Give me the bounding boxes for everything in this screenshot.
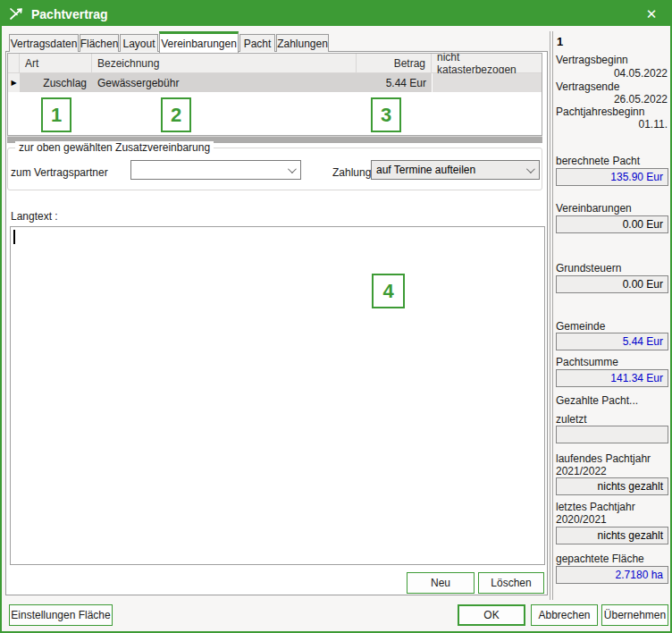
pachtvertrag-window: Pachtvertrag ✕ Vertragsdaten Flächen Lay…	[0, 0, 672, 633]
grundsteuern-field: 0.00 Eur	[556, 275, 668, 293]
zahlung-value: auf Termine aufteilen	[376, 164, 475, 176]
pachtjahresbeginn-value: 01.11.	[556, 118, 668, 131]
tab-vertragsdaten[interactable]: Vertragsdaten	[9, 34, 79, 52]
abbrechen-button[interactable]: Abbrechen	[531, 604, 598, 626]
callout-4: 4	[372, 274, 405, 308]
groupbox-legend: zur oben gewählten Zusatzvereinbarung	[15, 141, 214, 154]
title-bar[interactable]: Pachtvertrag	[2, 2, 670, 26]
chevron-down-icon	[288, 165, 297, 173]
vertragsbeginn-label: Vertragsbeginn	[556, 54, 628, 66]
langtext-label: Langtext :	[11, 210, 58, 223]
gemeinde-label: Gemeinde	[556, 320, 605, 333]
gezahlte-pacht-label: Gezahlte Pacht...	[556, 394, 638, 407]
uebernehmen-button[interactable]: Übernehmen	[601, 604, 668, 626]
loeschen-button[interactable]: Löschen	[478, 572, 544, 594]
tab-pacht[interactable]: Pacht	[239, 34, 275, 52]
callout-1: 1	[41, 97, 71, 132]
panel-divider	[550, 31, 550, 600]
right-panel-index: 1	[557, 35, 563, 48]
zuletzt-label: zuletzt	[556, 413, 587, 426]
tab-layout[interactable]: Layout	[120, 34, 158, 52]
vertragspartner-label: zum Vertragspartner	[11, 166, 108, 179]
laufendes-pachtjahr-field: nichts gezahlt	[556, 477, 668, 495]
gepachtete-flaeche-field: 2.7180 ha	[556, 566, 668, 584]
grid-header-betrag[interactable]: Betrag	[357, 54, 432, 73]
zahlung-combobox[interactable]: auf Termine aufteilen	[371, 160, 540, 180]
einstellungen-flaeche-button[interactable]: Einstellungen Fläche	[9, 604, 113, 626]
letztes-pachtjahr-year: 2020/2021	[556, 513, 607, 526]
letztes-pachtjahr-label: letztes Pachtjahr	[556, 501, 635, 513]
gemeinde-field: 5.44 Eur	[556, 333, 668, 350]
text-caret	[13, 230, 15, 244]
pachtsumme-field: 141.34 Eur	[556, 369, 668, 387]
neu-button[interactable]: Neu	[407, 572, 475, 594]
grid-header-nicht-katasterbezogen[interactable]: nicht katasterbezogen	[432, 54, 542, 73]
pachtsumme-label: Pachtsumme	[556, 356, 618, 368]
cell-betrag[interactable]: 5.44 Eur	[357, 73, 432, 92]
vereinbarungen-label: Vereinbarungen	[556, 202, 632, 215]
vertragspartner-combobox[interactable]	[130, 160, 301, 180]
zusatzvereinbarungen-grid[interactable]: Art Bezeichnung Betrag nicht katasterbez…	[7, 53, 542, 136]
chevron-down-icon	[526, 165, 535, 173]
tab-flaechen[interactable]: Flächen	[80, 34, 119, 52]
grid-header-art[interactable]: Art	[20, 54, 92, 73]
pachtjahresbeginn-label: Pachtjahresbeginn	[556, 106, 644, 118]
langtext-input[interactable]	[10, 226, 545, 565]
callout-2: 2	[161, 97, 191, 132]
cell-nicht-katasterbezogen[interactable]	[433, 73, 542, 92]
close-icon[interactable]: ✕	[642, 5, 661, 23]
callout-3: 3	[371, 97, 401, 132]
vereinbarungen-field: 0.00 Eur	[556, 215, 668, 233]
panel-divider	[552, 31, 553, 600]
grid-selector-header	[8, 54, 20, 73]
laufendes-pachtjahr-year: 2021/2022	[556, 465, 607, 477]
app-crossed-arrows-icon	[9, 7, 25, 21]
berechnete-pacht-field: 135.90 Eur	[556, 168, 668, 186]
tab-vereinbarungen[interactable]: Vereinbarungen	[159, 31, 239, 53]
grundsteuern-label: Grundsteuern	[556, 262, 621, 274]
vertragsende-value: 26.05.2022	[556, 93, 668, 106]
zuletzt-field	[556, 426, 668, 443]
vertragsende-label: Vertragsende	[556, 80, 619, 93]
vertragsbeginn-value: 04.05.2022	[556, 67, 668, 80]
zahlung-label: Zahlung	[332, 166, 371, 179]
berechnete-pacht-label: berechnete Pacht	[556, 155, 640, 167]
cell-art[interactable]: Zuschlag	[20, 73, 92, 92]
row-selector-arrow-icon[interactable]: ▶	[8, 73, 20, 92]
tab-zahlungen[interactable]: Zahlungen	[276, 34, 329, 52]
letztes-pachtjahr-field: nichts gezahlt	[556, 527, 668, 544]
cell-bezeichnung[interactable]: Gewässergebühr	[92, 73, 357, 92]
gepachtete-flaeche-label: gepachtete Fläche	[556, 553, 644, 565]
ok-button[interactable]: OK	[458, 604, 525, 626]
grid-header-bezeichnung[interactable]: Bezeichnung	[92, 54, 357, 73]
laufendes-pachtjahr-label: laufendes Pachtjahr	[556, 452, 651, 465]
window-title: Pachtvertrag	[31, 7, 108, 21]
